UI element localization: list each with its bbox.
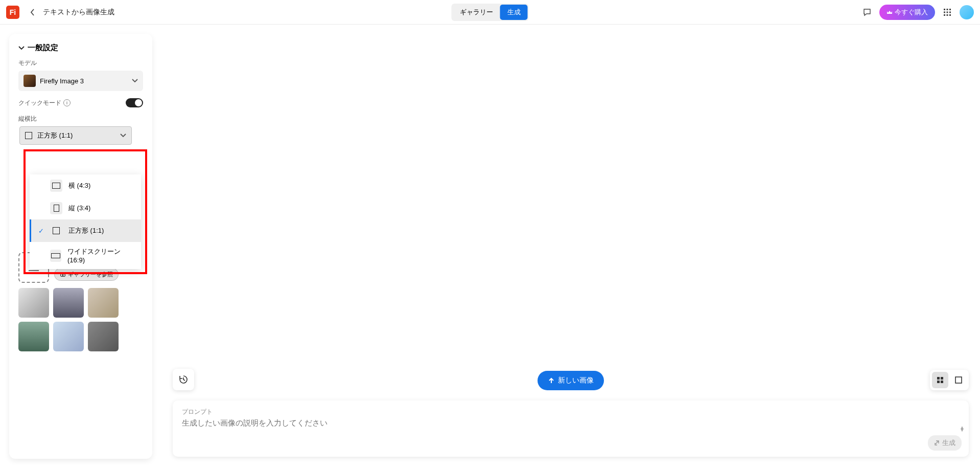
prompt-label: プロンプト	[182, 408, 960, 416]
prompt-box: プロンプト ▲▼ 生成	[173, 400, 969, 457]
user-avatar[interactable]	[960, 5, 974, 19]
back-button[interactable]	[27, 6, 39, 18]
widescreen-icon	[51, 253, 60, 258]
crown-icon	[886, 9, 893, 15]
preset-thumb-5[interactable]	[53, 322, 84, 351]
history-button[interactable]	[173, 369, 194, 390]
svg-rect-2	[949, 9, 951, 10]
svg-rect-1	[947, 9, 948, 10]
history-icon	[178, 374, 189, 385]
preset-thumb-1[interactable]	[18, 288, 49, 318]
aspect-option-3-4[interactable]: 縦 (3:4)	[30, 197, 141, 219]
header: Fi テキストから画像生成 ギャラリー 生成 今すぐ購入	[0, 0, 980, 25]
info-icon[interactable]: i	[63, 99, 71, 106]
binoculars-icon	[60, 272, 66, 278]
check-icon: ✓	[38, 227, 44, 235]
aspect-option-16-9[interactable]: ワイドスクリーン (16:9)	[30, 242, 141, 269]
chevron-down-icon	[120, 133, 126, 138]
square-icon	[25, 132, 32, 139]
model-select[interactable]: Firefly Image 3	[18, 71, 143, 91]
generate-button[interactable]: 生成	[928, 435, 962, 451]
single-view-button[interactable]	[950, 372, 967, 388]
aspect-ratio-select[interactable]: 正方形 (1:1)	[19, 126, 132, 145]
svg-rect-7	[947, 14, 948, 16]
svg-rect-11	[937, 377, 940, 380]
preset-thumb-3[interactable]	[88, 288, 119, 318]
view-controls	[930, 370, 969, 390]
svg-rect-5	[949, 11, 951, 13]
preset-thumb-6[interactable]	[88, 322, 119, 351]
grid-icon	[936, 376, 944, 384]
grid-view-button[interactable]	[932, 372, 948, 388]
aspect-option-4-3[interactable]: 横 (4:3)	[30, 174, 141, 197]
buy-now-button[interactable]: 今すぐ購入	[879, 5, 935, 20]
tab-gallery[interactable]: ギャラリー	[453, 5, 500, 20]
model-label: モデル	[18, 59, 143, 68]
section-header-general[interactable]: 一般設定	[18, 43, 143, 53]
preset-thumb-4[interactable]	[18, 322, 49, 351]
settings-sidebar: 一般設定 モデル Firefly Image 3 クイックモード i 縦横比 正…	[9, 34, 152, 459]
page-title: テキストから画像生成	[43, 8, 114, 17]
svg-rect-4	[947, 11, 948, 13]
upload-icon	[548, 377, 555, 384]
app-logo[interactable]: Fi	[6, 6, 19, 19]
quick-mode-toggle[interactable]	[126, 98, 143, 107]
comment-icon[interactable]	[860, 5, 874, 19]
preset-thumb-2[interactable]	[53, 288, 84, 318]
apps-icon[interactable]	[940, 5, 954, 19]
portrait-icon	[54, 205, 59, 212]
svg-rect-14	[941, 381, 943, 383]
svg-rect-0	[944, 9, 945, 10]
aspect-ratio-label: 縦横比	[18, 115, 143, 123]
svg-rect-3	[944, 11, 945, 13]
browse-gallery-button[interactable]: ギャラリーを参照	[54, 268, 119, 281]
svg-rect-12	[941, 377, 943, 380]
landscape-icon	[52, 183, 60, 189]
aspect-option-1-1[interactable]: ✓ 正方形 (1:1)	[30, 219, 141, 242]
square-icon	[954, 376, 963, 384]
prompt-input[interactable]	[182, 418, 882, 427]
square-icon	[53, 227, 60, 234]
svg-rect-15	[955, 377, 962, 383]
new-image-button[interactable]: 新しい画像	[538, 371, 604, 390]
aspect-ratio-dropdown: 横 (4:3) 縦 (3:4) ✓ 正方形 (1:1) ワイドスクリーン (16…	[30, 174, 141, 269]
mode-tabs: ギャラリー 生成	[452, 4, 529, 21]
svg-rect-8	[949, 14, 951, 16]
canvas-area: 新しい画像 プロンプト ▲▼ 生成	[161, 25, 980, 468]
svg-rect-6	[944, 14, 945, 16]
quick-mode-label: クイックモード i	[18, 99, 71, 107]
model-thumbnail	[24, 75, 36, 87]
tab-generate[interactable]: 生成	[500, 5, 528, 20]
resize-handle[interactable]: ▲▼	[960, 426, 965, 431]
svg-rect-13	[937, 381, 940, 383]
export-icon	[934, 440, 940, 446]
chevron-down-icon	[18, 46, 25, 50]
chevron-down-icon	[132, 79, 138, 83]
